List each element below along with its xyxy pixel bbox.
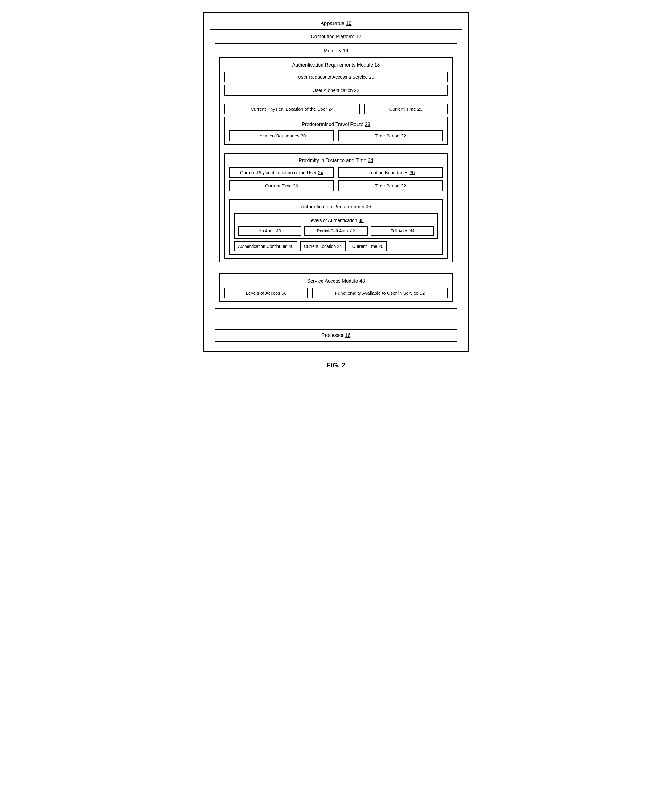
memory-label: Memory 14: [220, 47, 452, 55]
partial-auth-box: Partial/Soft Auth. 42: [304, 226, 367, 236]
service-access-box: Service Access Module 48 Levels of Acces…: [220, 273, 452, 302]
user-auth-box: User Authentication 22: [224, 85, 448, 96]
location-boundaries-box: Location Boundaries 30: [229, 130, 334, 141]
proximity-label: Proximity in Distance and Time 34: [229, 157, 443, 165]
current-location-box: Current Location 24: [300, 241, 346, 251]
location-time-row: Current Physical Location of the User 24…: [224, 104, 448, 114]
diagram-wrapper: Apparatus 10 Computing Platform 12 Memor…: [203, 12, 469, 369]
proximity-current-time-box: Current Time 26: [229, 180, 334, 191]
levels-auth-label: Levels of Authentication 38: [308, 217, 363, 224]
functionality-box: Functionality Available to User in Servi…: [312, 288, 448, 299]
user-request-box: User Request to Access a Service 20: [224, 72, 448, 82]
auth-continuum-box: Authentication Continuum 46: [234, 241, 297, 251]
apparatus-label: Apparatus 10: [210, 19, 462, 29]
computing-platform-label: Computing Platform 12: [215, 33, 457, 41]
proximity-time-period-box: Time Period 32: [338, 180, 443, 191]
auth-req-module-box: Authentication Requirements Module 18 Us…: [220, 57, 452, 262]
auth-req-module-label: Authentication Requirements Module 18: [224, 61, 448, 69]
no-auth-box: No Auth. 40: [238, 226, 301, 236]
continuum-current-time-box: Current Time 26: [349, 241, 387, 251]
service-access-label: Service Access Module 48: [224, 277, 448, 285]
computing-platform-box: Computing Platform 12 Memory 14 Authenti…: [210, 29, 462, 345]
levels-auth-box: Levels of Authentication 38 No Auth. 40 …: [234, 213, 438, 239]
predetermined-label: Predetermined Travel Route 28: [229, 121, 443, 128]
proximity-current-physical-box: Current Physical Location of the User 24: [229, 167, 334, 178]
service-access-row: Levels of Access 50 Functionality Availa…: [224, 288, 448, 299]
current-physical-box: Current Physical Location of the User 24: [224, 104, 360, 114]
proximity-row1: Current Physical Location of the User 24…: [229, 167, 443, 178]
proximity-location-boundaries-box: Location Boundaries 30: [338, 167, 443, 178]
predetermined-box: Predetermined Travel Route 28 Location B…: [224, 117, 448, 145]
auth-requirements-box: Authentication Requirements 36 Levels of…: [229, 199, 443, 255]
location-timeperiod-row: Location Boundaries 30 Time Period 32: [229, 130, 443, 141]
connector: [215, 314, 457, 327]
processor-box: Processor 16: [215, 329, 457, 341]
apparatus-box: Apparatus 10 Computing Platform 12 Memor…: [203, 12, 469, 352]
current-time-box: Current Time 26: [364, 104, 448, 114]
fig-label: FIG. 2: [326, 361, 345, 369]
time-period-box: Time Period 32: [338, 130, 443, 141]
proximity-row2: Current Time 26 Time Period 32: [229, 180, 443, 191]
auth-continuum-row: Authentication Continuum 46 Current Loca…: [234, 241, 438, 251]
memory-box: Memory 14 Authentication Requirements Mo…: [215, 43, 457, 309]
connector-line: [336, 316, 336, 326]
auth-levels-row: No Auth. 40 Partial/Soft Auth. 42 Full A…: [238, 226, 434, 236]
full-auth-box: Full Auth. 44: [371, 226, 434, 236]
proximity-box: Proximity in Distance and Time 34 Curren…: [224, 153, 448, 259]
auth-requirements-label: Authentication Requirements 36: [234, 203, 438, 211]
levels-access-box: Levels of Access 50: [224, 288, 308, 299]
